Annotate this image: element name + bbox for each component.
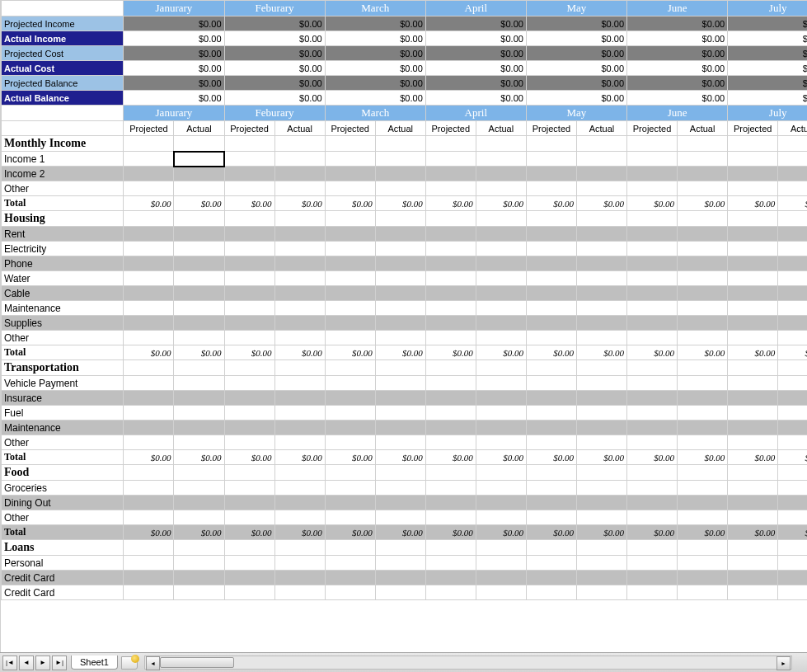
data-cell[interactable] bbox=[224, 167, 274, 181]
total-cell[interactable]: $0.00 bbox=[174, 450, 224, 465]
data-cell[interactable] bbox=[476, 227, 526, 242]
data-cell[interactable] bbox=[375, 585, 425, 600]
summary-cell[interactable]: $0.00 bbox=[627, 31, 728, 46]
total-cell[interactable]: $0.00 bbox=[476, 450, 526, 465]
total-cell[interactable]: $0.00 bbox=[325, 525, 375, 540]
subheader-actual[interactable]: Actual bbox=[778, 121, 807, 136]
data-cell[interactable] bbox=[678, 227, 728, 242]
data-cell[interactable] bbox=[224, 331, 274, 345]
data-cell[interactable] bbox=[274, 421, 325, 435]
empty-cell[interactable] bbox=[476, 465, 526, 481]
total-cell[interactable]: $0.00 bbox=[325, 196, 375, 211]
data-cell[interactable] bbox=[476, 181, 526, 196]
data-cell[interactable] bbox=[476, 167, 526, 181]
data-cell[interactable] bbox=[728, 242, 778, 256]
data-cell[interactable] bbox=[728, 376, 778, 391]
summary-cell[interactable]: $0.00 bbox=[627, 16, 728, 31]
total-cell[interactable]: $0.00 bbox=[526, 345, 576, 360]
data-cell[interactable] bbox=[325, 510, 375, 525]
data-cell[interactable] bbox=[526, 286, 576, 301]
data-cell[interactable] bbox=[325, 301, 375, 316]
data-cell[interactable] bbox=[375, 406, 425, 421]
total-cell[interactable]: $0.00 bbox=[124, 345, 174, 360]
section-title[interactable]: Housing bbox=[2, 211, 124, 227]
empty-cell[interactable] bbox=[526, 465, 576, 481]
data-cell[interactable] bbox=[476, 391, 526, 406]
data-cell[interactable] bbox=[124, 571, 174, 585]
empty-cell[interactable] bbox=[174, 465, 224, 481]
summary-cell[interactable]: $0.00 bbox=[728, 16, 807, 31]
total-cell[interactable]: $0.00 bbox=[778, 525, 807, 540]
data-cell[interactable] bbox=[425, 556, 476, 571]
total-cell[interactable]: $0.00 bbox=[325, 345, 375, 360]
nav-first-icon[interactable]: |◄ bbox=[2, 656, 17, 670]
data-cell[interactable] bbox=[678, 376, 728, 391]
empty-cell[interactable] bbox=[576, 360, 626, 376]
total-cell[interactable]: $0.00 bbox=[174, 196, 224, 211]
data-cell[interactable] bbox=[274, 481, 325, 496]
data-cell[interactable] bbox=[476, 271, 526, 286]
data-cell[interactable] bbox=[728, 585, 778, 600]
data-cell[interactable] bbox=[325, 227, 375, 242]
data-cell[interactable] bbox=[124, 510, 174, 525]
data-cell[interactable] bbox=[576, 376, 626, 391]
data-cell[interactable] bbox=[476, 301, 526, 316]
month-header[interactable]: April bbox=[425, 1, 526, 16]
data-cell[interactable] bbox=[174, 510, 224, 525]
empty-cell[interactable] bbox=[526, 540, 576, 556]
data-cell[interactable] bbox=[124, 391, 174, 406]
total-cell[interactable]: $0.00 bbox=[576, 196, 626, 211]
month-header-2[interactable]: Janurary bbox=[124, 106, 224, 121]
empty-cell[interactable] bbox=[526, 211, 576, 227]
data-cell[interactable] bbox=[526, 227, 576, 242]
total-cell[interactable]: $0.00 bbox=[476, 196, 526, 211]
data-cell[interactable] bbox=[476, 585, 526, 600]
empty-cell[interactable] bbox=[224, 360, 274, 376]
data-cell[interactable] bbox=[174, 556, 224, 571]
empty-cell[interactable] bbox=[124, 465, 174, 481]
data-cell[interactable] bbox=[425, 391, 476, 406]
data-cell[interactable] bbox=[425, 271, 476, 286]
data-cell[interactable] bbox=[375, 481, 425, 496]
data-cell[interactable] bbox=[124, 331, 174, 345]
subheader-projected[interactable]: Projected bbox=[627, 121, 678, 136]
data-cell[interactable] bbox=[325, 242, 375, 256]
empty-cell[interactable] bbox=[124, 540, 174, 556]
empty-cell[interactable] bbox=[274, 465, 325, 481]
month-header-2[interactable]: July bbox=[728, 106, 807, 121]
data-cell[interactable] bbox=[325, 421, 375, 435]
data-cell[interactable] bbox=[174, 571, 224, 585]
data-cell[interactable] bbox=[174, 331, 224, 345]
summary-cell[interactable]: $0.00 bbox=[124, 91, 224, 106]
empty-cell[interactable] bbox=[375, 360, 425, 376]
item-label[interactable]: Rent bbox=[2, 227, 124, 242]
empty-cell[interactable] bbox=[224, 136, 274, 152]
data-cell[interactable] bbox=[576, 256, 626, 271]
empty-cell[interactable] bbox=[124, 211, 174, 227]
data-cell[interactable] bbox=[576, 167, 626, 181]
data-cell[interactable] bbox=[224, 435, 274, 450]
data-cell[interactable] bbox=[425, 510, 476, 525]
empty-cell[interactable] bbox=[576, 136, 626, 152]
empty-cell[interactable] bbox=[274, 211, 325, 227]
data-cell[interactable] bbox=[325, 496, 375, 510]
data-cell[interactable] bbox=[224, 556, 274, 571]
item-label[interactable]: Maintenance bbox=[2, 421, 124, 435]
data-cell[interactable] bbox=[375, 510, 425, 525]
data-cell[interactable] bbox=[526, 301, 576, 316]
data-cell[interactable] bbox=[627, 316, 678, 331]
data-cell[interactable] bbox=[174, 496, 224, 510]
summary-cell[interactable]: $0.00 bbox=[224, 91, 325, 106]
data-cell[interactable] bbox=[174, 152, 224, 167]
month-header-2[interactable]: April bbox=[425, 106, 526, 121]
data-cell[interactable] bbox=[425, 376, 476, 391]
data-cell[interactable] bbox=[778, 167, 807, 181]
total-cell[interactable]: $0.00 bbox=[425, 345, 476, 360]
data-cell[interactable] bbox=[526, 481, 576, 496]
data-cell[interactable] bbox=[627, 167, 678, 181]
data-cell[interactable] bbox=[425, 181, 476, 196]
subheader-actual[interactable]: Actual bbox=[476, 121, 526, 136]
month-header-2[interactable]: March bbox=[325, 106, 425, 121]
data-cell[interactable] bbox=[425, 571, 476, 585]
data-cell[interactable] bbox=[174, 181, 224, 196]
